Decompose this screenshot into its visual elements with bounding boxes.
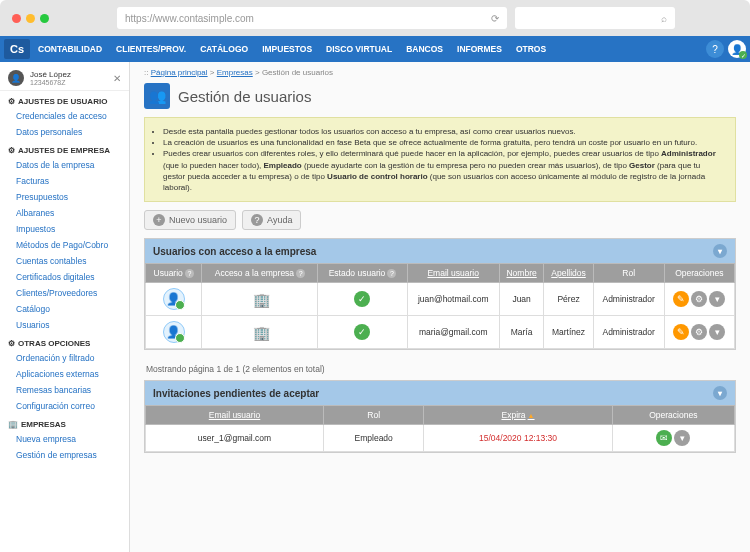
th-expire[interactable]: Expira▲ bbox=[424, 406, 612, 425]
sidebar-item-config-correo[interactable]: Configuración correo bbox=[0, 398, 129, 414]
collapse-icon[interactable]: ▾ bbox=[713, 386, 727, 400]
cell-role: Administrador bbox=[593, 316, 664, 349]
close-dot[interactable] bbox=[12, 14, 21, 23]
sidebar-item-facturas[interactable]: Facturas bbox=[0, 173, 129, 189]
address-bar[interactable]: https://www.contasimple.com ⟳ bbox=[117, 7, 507, 29]
crumb-empresas[interactable]: Empresas bbox=[217, 68, 253, 77]
settings-button[interactable]: ⚙ bbox=[691, 324, 707, 340]
sidebar-user: 👤 José López 12345678Z ✕ bbox=[0, 66, 129, 91]
th-user[interactable]: Usuario? bbox=[146, 264, 202, 283]
help-button[interactable]: ?Ayuda bbox=[242, 210, 301, 230]
th-name[interactable]: Nombre bbox=[499, 264, 543, 283]
sidebar-item-albaranes[interactable]: Albaranes bbox=[0, 205, 129, 221]
cell-expire: 15/04/2020 12:13:30 bbox=[424, 425, 612, 452]
invitations-table: Email usuario Rol Expira▲ Operaciones us… bbox=[145, 405, 735, 452]
section-company-settings: ⚙ AJUSTES DE EMPRESA bbox=[0, 140, 129, 157]
sidebar-item-remesas[interactable]: Remesas bancarias bbox=[0, 382, 129, 398]
settings-button[interactable]: ⚙ bbox=[691, 291, 707, 307]
sidebar-item-usuarios[interactable]: Usuarios bbox=[0, 317, 129, 333]
nav-contabilidad[interactable]: CONTABILIDAD bbox=[32, 44, 108, 54]
crumb-home[interactable]: Página principal bbox=[151, 68, 208, 77]
th-surname[interactable]: Apellidos bbox=[544, 264, 593, 283]
cell-role: Empleado bbox=[324, 425, 424, 452]
th-role[interactable]: Rol bbox=[324, 406, 424, 425]
sidebar-item-impuestos[interactable]: Impuestos bbox=[0, 221, 129, 237]
cell-surname: Martínez bbox=[544, 316, 593, 349]
cell-name: Juan bbox=[499, 283, 543, 316]
cell-email: juan@hotmail.com bbox=[407, 283, 499, 316]
info-line1: Desde esta pantalla puedes gestionar tod… bbox=[163, 126, 717, 137]
collapse-icon[interactable]: ▾ bbox=[713, 244, 727, 258]
section-companies: 🏢 EMPRESAS bbox=[0, 414, 129, 431]
sidebar-item-clientes-prov[interactable]: Clientes/Proveedores bbox=[0, 285, 129, 301]
new-user-button[interactable]: +Nuevo usuario bbox=[144, 210, 236, 230]
th-access[interactable]: Acceso a la empresa? bbox=[202, 264, 318, 283]
building-icon: 🏢 bbox=[253, 292, 267, 306]
section-user-settings: ⚙ AJUSTES DE USUARIO bbox=[0, 91, 129, 108]
user-name: José López bbox=[30, 70, 107, 79]
sidebar-item-credenciales[interactable]: Credenciales de acceso bbox=[0, 108, 129, 124]
logo[interactable]: Cs bbox=[4, 39, 30, 59]
page-title: Gestión de usuarios bbox=[178, 88, 311, 105]
sidebar-item-ordenacion[interactable]: Ordenación y filtrado bbox=[0, 350, 129, 366]
user-menu-icon[interactable]: 👤 bbox=[728, 40, 746, 58]
edit-button[interactable]: ✎ bbox=[673, 324, 689, 340]
main-content: :: Página principal > Empresas > Gestión… bbox=[130, 62, 750, 552]
nav-disco[interactable]: DISCO VIRTUAL bbox=[320, 44, 398, 54]
users-icon: 👥 bbox=[144, 83, 170, 109]
breadcrumb: :: Página principal > Empresas > Gestión… bbox=[144, 68, 736, 77]
info-line3: Puedes crear usuarios con diferentes rol… bbox=[163, 148, 717, 193]
pager-text: Mostrando página 1 de 1 (2 elementos en … bbox=[144, 358, 736, 380]
th-email[interactable]: Email usuario bbox=[146, 406, 324, 425]
delete-button[interactable]: ▾ bbox=[674, 430, 690, 446]
min-dot[interactable] bbox=[26, 14, 35, 23]
max-dot[interactable] bbox=[40, 14, 49, 23]
sidebar-item-certificados[interactable]: Certificados digitales bbox=[0, 269, 129, 285]
nav-bancos[interactable]: BANCOS bbox=[400, 44, 449, 54]
delete-button[interactable]: ▾ bbox=[709, 324, 725, 340]
invitations-panel: Invitaciones pendientes de aceptar ▾ Ema… bbox=[144, 380, 736, 453]
user-id: 12345678Z bbox=[30, 79, 107, 86]
th-ops: Operaciones bbox=[664, 264, 734, 283]
nav-clientes[interactable]: CLIENTES/PROV. bbox=[110, 44, 192, 54]
sidebar-item-datos-personales[interactable]: Datos personales bbox=[0, 124, 129, 140]
question-icon: ? bbox=[251, 214, 263, 226]
th-role[interactable]: Rol bbox=[593, 264, 664, 283]
th-state[interactable]: Estado usuario? bbox=[318, 264, 407, 283]
nav-informes[interactable]: INFORMES bbox=[451, 44, 508, 54]
edit-button[interactable]: ✎ bbox=[673, 291, 689, 307]
reload-icon[interactable]: ⟳ bbox=[491, 13, 499, 24]
user-avatar-icon: 👤 bbox=[163, 288, 185, 310]
sidebar: 👤 José López 12345678Z ✕ ⚙ AJUSTES DE US… bbox=[0, 62, 130, 552]
nav-catalogo[interactable]: CATÁLOGO bbox=[194, 44, 254, 54]
table-header-row: Email usuario Rol Expira▲ Operaciones bbox=[146, 406, 735, 425]
sidebar-item-presupuestos[interactable]: Presupuestos bbox=[0, 189, 129, 205]
crumb-current: Gestión de usuarios bbox=[262, 68, 333, 77]
resend-button[interactable]: ✉ bbox=[656, 430, 672, 446]
browser-search[interactable]: ⌕ bbox=[515, 7, 675, 29]
table-header-row: Usuario? Acceso a la empresa? Estado usu… bbox=[146, 264, 735, 283]
collapse-icon[interactable]: ✕ bbox=[113, 73, 121, 84]
help-icon[interactable]: ? bbox=[706, 40, 724, 58]
delete-button[interactable]: ▾ bbox=[709, 291, 725, 307]
url-text: https://www.contasimple.com bbox=[125, 13, 254, 24]
users-panel-header: Usuarios con acceso a la empresa ▾ bbox=[145, 239, 735, 263]
sidebar-item-nueva-empresa[interactable]: Nueva empresa bbox=[0, 431, 129, 447]
nav-impuestos[interactable]: IMPUESTOS bbox=[256, 44, 318, 54]
users-table: Usuario? Acceso a la empresa? Estado usu… bbox=[145, 263, 735, 349]
cell-email: maria@gmail.com bbox=[407, 316, 499, 349]
sidebar-item-gestion-empresas[interactable]: Gestión de empresas bbox=[0, 447, 129, 463]
cell-surname: Pérez bbox=[544, 283, 593, 316]
search-icon: ⌕ bbox=[661, 13, 667, 24]
check-icon: ✓ bbox=[354, 324, 370, 340]
th-email[interactable]: Email usuario bbox=[407, 264, 499, 283]
sidebar-item-metodos-pago[interactable]: Métodos de Pago/Cobro bbox=[0, 237, 129, 253]
invitations-panel-header: Invitaciones pendientes de aceptar ▾ bbox=[145, 381, 735, 405]
cell-email: user_1@gmail.com bbox=[146, 425, 324, 452]
table-row: 👤 🏢 ✓ maria@gmail.com María Martínez Adm… bbox=[146, 316, 735, 349]
nav-otros[interactable]: OTROS bbox=[510, 44, 552, 54]
sidebar-item-catalogo[interactable]: Catálogo bbox=[0, 301, 129, 317]
sidebar-item-datos-empresa[interactable]: Datos de la empresa bbox=[0, 157, 129, 173]
sidebar-item-apps-externas[interactable]: Aplicaciones externas bbox=[0, 366, 129, 382]
sidebar-item-cuentas[interactable]: Cuentas contables bbox=[0, 253, 129, 269]
